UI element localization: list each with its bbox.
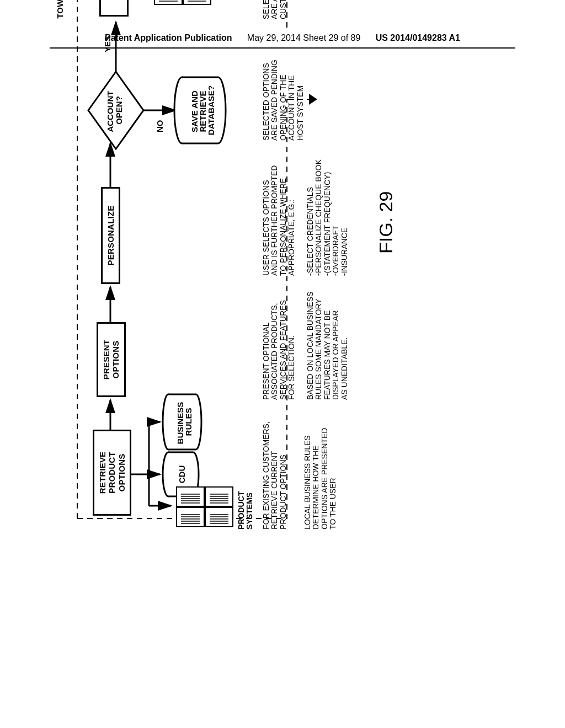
server-rack-icon bbox=[154, 0, 211, 4]
step1-label: RETRIEVE PRODUCT OPTIONS bbox=[98, 452, 126, 494]
svg-text:CDU: CDU bbox=[177, 465, 186, 484]
caption-1a: FOR EXISTING CUSTOMERS, RETRIEVE CURRENT… bbox=[262, 414, 287, 529]
caption-3b: -SELECT CREDENTIALS -PERSONALIZE CHEQUE … bbox=[306, 143, 349, 276]
svg-rect-45 bbox=[183, 0, 211, 4]
svg-rect-43 bbox=[154, 0, 182, 4]
svg-text:BUSINESS
      RULES: BUSINESS RULES bbox=[175, 400, 193, 445]
svg-point-14 bbox=[163, 452, 174, 496]
step3-label: PERSONALIZE bbox=[106, 206, 115, 266]
figure-29: ACCOUNT OPEN? YES NO SAVE AND RETRIEVE D… bbox=[66, 0, 508, 507]
svg-text:SAVE AND
      RETRIEVE
      : SAVE AND RETRIEVE DATABASE? bbox=[190, 85, 216, 135]
step-present-options: PRESENT OPTIONS bbox=[97, 322, 126, 397]
decision-text: ACCOUNT OPEN? bbox=[105, 88, 124, 132]
caption-2b: BASED ON LOCAL BUSINESS RULES SOME MANDA… bbox=[306, 279, 349, 400]
yes-label: YES bbox=[103, 36, 112, 52]
caption-2a: PRESENT OPTIONAL ASSOCIATED PRODUCTS, SE… bbox=[262, 284, 296, 400]
svg-rect-21 bbox=[205, 487, 233, 506]
step-retrieve-product-options: RETRIEVE PRODUCT OPTIONS bbox=[93, 430, 131, 516]
server-rack-icon bbox=[177, 487, 233, 527]
no-label: NO bbox=[155, 120, 164, 132]
milestone-label: TOWARDS FULFILLMENT MILESTONE > bbox=[55, 0, 74, 33]
figure-number: FIG. 29 bbox=[375, 191, 397, 254]
step-personalize: PERSONALIZE bbox=[101, 187, 120, 284]
caption-3a: USER SELECTS OPTIONS AND IS FURTHER PROM… bbox=[262, 149, 296, 276]
caption-4: SELECTED OPTIONS ARE SAVED PENDING OPENI… bbox=[262, 41, 305, 141]
svg-rect-18 bbox=[177, 507, 204, 527]
svg-rect-19 bbox=[177, 487, 204, 506]
svg-point-16 bbox=[163, 394, 174, 449]
step-apply-options: APPLY OPTIONS bbox=[99, 0, 129, 17]
caption-5: SELECTED OPTIONS ARE APPLIED TO THE CUST… bbox=[262, 0, 287, 19]
svg-marker-3 bbox=[88, 72, 143, 149]
caption-1b: LOCAL BUSINESS RULES DETERMINE HOW THE O… bbox=[303, 414, 338, 529]
svg-rect-20 bbox=[205, 507, 233, 527]
step2-label: PRESENT OPTIONS bbox=[102, 340, 120, 379]
product-systems-label: PRODUCT SYSTEMS bbox=[237, 491, 254, 529]
svg-point-7 bbox=[174, 77, 190, 143]
